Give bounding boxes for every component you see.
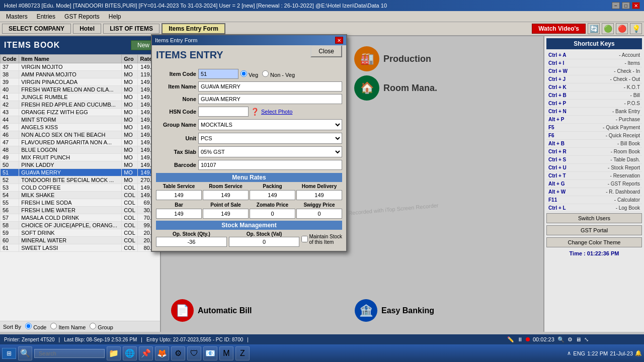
table-row[interactable]: 53 COLD COFFEE COL 149.00 — [1, 184, 160, 192]
pause-icon[interactable]: ⏸ — [517, 336, 523, 342]
taskbar-explorer-icon[interactable]: 📁 — [107, 346, 121, 360]
cell-name: SWEET LASSI — [19, 244, 122, 252]
tax-slab-select[interactable]: 05% GST — [198, 146, 342, 157]
sort-code-radio[interactable] — [25, 323, 32, 329]
nav-hotel[interactable]: Hotel — [73, 24, 101, 34]
table-row[interactable]: 44 MINT STORM MO 149.00 — [1, 116, 160, 124]
rate-table-service[interactable] — [156, 190, 202, 200]
taskbar-app3-icon[interactable]: ⚙ — [171, 346, 185, 360]
sort-name-radio[interactable] — [50, 323, 57, 329]
table-row[interactable]: 60 MINERAL WATER COL 20.00 — [1, 237, 160, 244]
taskbar-notif[interactable]: 🔔 — [635, 350, 642, 356]
dialog-close-x-btn[interactable]: ✕ — [335, 37, 343, 44]
nav-icon-1[interactable]: 🔄 — [588, 23, 600, 34]
nav-select-company[interactable]: SELECT COMPANY — [2, 24, 71, 34]
taskbar-edge-icon[interactable]: 🌐 — [123, 346, 137, 360]
status-bar: Printer: Zenpert 4T520 | Last Bkp: 08-Se… — [0, 334, 503, 344]
settings-icon[interactable]: ⚙ — [568, 336, 573, 343]
taskbar-app2-icon[interactable]: 🦊 — [155, 346, 169, 360]
op-stock-val-input[interactable] — [229, 237, 300, 247]
taskbar-app7-icon[interactable]: Z — [235, 346, 250, 360]
close-window-btn[interactable]: ✕ — [632, 2, 640, 9]
taskbar-search-input[interactable] — [34, 349, 105, 358]
table-row[interactable]: 55 FRESH LIME SODA COL 69.00 — [1, 199, 160, 207]
gst-portal-btn[interactable]: GST Portal — [546, 225, 642, 235]
auto-bill-card[interactable]: 📄 Automatic Bill — [171, 299, 350, 322]
easy-banking-card[interactable]: 🏦 Easy Banking — [355, 299, 533, 322]
table-row[interactable]: 43 ORANGE FIZZ WITH EGG MO 149.00 — [1, 109, 160, 116]
table-row[interactable]: 48 BLUE LOGON MO 149.00 — [1, 146, 160, 154]
table-row[interactable]: 57 MASALA COLD DRINK COL 70.00 — [1, 214, 160, 222]
menu-entries[interactable]: Entries — [33, 12, 59, 21]
shortcut-key: Ctrl + S — [548, 157, 566, 162]
shortcut-action: - Bill Book — [617, 141, 640, 146]
table-row[interactable]: 49 MIX FRUIT PUNCH MO 149.00 — [1, 154, 160, 161]
table-row[interactable]: 39 VIRGIN PINACOLADA MO 149.00 — [1, 78, 160, 86]
non-veg-radio[interactable] — [262, 70, 269, 77]
rate-zomato[interactable] — [250, 209, 295, 219]
nav-icon-3[interactable]: 🔴 — [616, 23, 628, 34]
items-table-scroll[interactable]: Code Item Name Gro Rate 37 VIRGIN MOJITO… — [0, 54, 160, 321]
table-row[interactable]: 58 CHOICE OF JUICE(APPLE, ORANG... COL 9… — [1, 222, 160, 229]
sort-group-radio[interactable] — [90, 323, 96, 329]
select-photo-link[interactable]: Select Photo — [261, 109, 292, 115]
hsn-code-input[interactable] — [198, 107, 249, 117]
resize-icon[interactable]: ⤡ — [584, 336, 589, 343]
table-row[interactable]: 45 ANGELS KISS MO 149.00 — [1, 124, 160, 131]
item-code-input[interactable] — [198, 69, 238, 79]
maximize-btn[interactable]: □ — [622, 2, 630, 9]
dialog-close-btn[interactable]: Close — [310, 45, 342, 57]
table-row[interactable]: 54 MILK SHAKE COL 149.00 — [1, 192, 160, 199]
table-row[interactable]: 40 FRESH WATER MELON AND CILA... MO 149.… — [1, 86, 160, 94]
menu-masters[interactable]: Masters — [2, 12, 32, 21]
table-row[interactable]: 46 NON ALCO SEX ON THE BEACH MO 149.00 — [1, 131, 160, 139]
rate-room-service[interactable] — [203, 190, 249, 200]
op-stock-qty-input[interactable] — [156, 237, 227, 247]
veg-radio[interactable] — [240, 70, 247, 77]
table-row[interactable]: 61 SWEET LASSI COL 80.00 — [1, 244, 160, 252]
table-row[interactable]: 37 VIRGIN MOJITO MO 149.00 — [1, 63, 160, 71]
nav-items-entry-form[interactable]: Items Entry Form — [162, 23, 225, 34]
taskbar-app5-icon[interactable]: 📧 — [203, 346, 217, 360]
monitor-icon[interactable]: 🖥 — [576, 336, 581, 342]
nav-icon-2[interactable]: 🟢 — [602, 23, 614, 34]
search-icon[interactable]: 🔍 — [557, 336, 565, 343]
help-icon[interactable]: ❓ — [251, 108, 259, 116]
taskbar-search-icon[interactable]: 🔍 — [18, 346, 32, 360]
table-row[interactable]: 41 JUNGLE RUMBLE MO 149.00 — [1, 94, 160, 101]
unit-select[interactable]: PCS — [198, 133, 342, 144]
table-row[interactable]: 59 SOFT DRINK COL 20.00 — [1, 229, 160, 237]
change-color-btn[interactable]: Change Color Theme — [546, 237, 642, 247]
table-row[interactable]: 52 TONDOORI BITE SPECIAL MOCK ... MO 270… — [1, 176, 160, 184]
item-name-input[interactable] — [198, 81, 342, 92]
menu-help[interactable]: Help — [105, 12, 125, 21]
minimize-btn[interactable]: − — [612, 2, 620, 9]
production-card[interactable]: 🏭 Production — [354, 46, 533, 71]
table-row[interactable]: 51 GUAVA MERRY MO 149.00 — [1, 169, 160, 176]
room-mana-card[interactable]: 🏠 Room Mana. — [354, 75, 533, 101]
taskbar-app1-icon[interactable]: 📌 — [139, 346, 153, 360]
group-name-select[interactable]: MOCKTAILS — [198, 119, 342, 130]
taskbar-app6-icon[interactable]: M — [219, 346, 233, 360]
table-row[interactable]: 47 FLAVOURED MARGARITA NON A... MO 149.0… — [1, 139, 160, 146]
rate-packing[interactable] — [250, 190, 295, 200]
menu-gst-reports[interactable]: GST Reports — [60, 12, 104, 21]
switch-users-btn[interactable]: Switch Users — [546, 213, 642, 223]
table-row[interactable]: 56 FRESH LIME WATER COL 30.00 — [1, 207, 160, 214]
rate-home-delivery[interactable] — [296, 190, 342, 200]
nav-icon-4[interactable]: 💡 — [630, 23, 642, 34]
shortcut-key: Ctrl + K — [548, 84, 567, 90]
none-input[interactable] — [198, 94, 342, 104]
maintain-stock-checkbox[interactable] — [301, 236, 308, 242]
barcode-input[interactable] — [198, 160, 342, 170]
rate-pos[interactable] — [203, 209, 249, 219]
rate-swiggy[interactable] — [296, 209, 342, 219]
taskbar-app4-icon[interactable]: 🛡 — [187, 346, 201, 360]
table-row[interactable]: 42 FRESH RED APPLE AND CUCUMB... MO 149.… — [1, 101, 160, 109]
start-button[interactable]: ⊞ — [2, 348, 16, 359]
table-row[interactable]: 38 AMM PANNA MOJITO MO 119.00 — [1, 71, 160, 78]
watch-videos-btn[interactable]: Watch Video's — [532, 24, 586, 34]
nav-list-of-items[interactable]: LIST OF ITEMS — [103, 24, 159, 34]
table-row[interactable]: 50 PINK LADDY MO 149.00 — [1, 161, 160, 169]
rate-bar[interactable] — [156, 209, 202, 219]
